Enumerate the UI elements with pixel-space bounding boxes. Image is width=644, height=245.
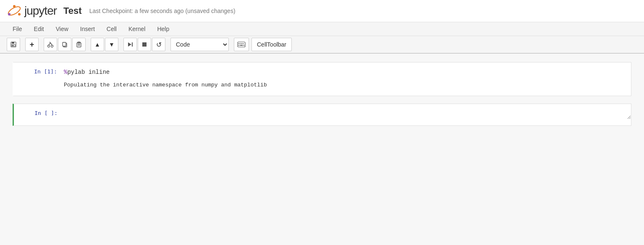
menu-cell[interactable]: Cell <box>101 22 123 36</box>
copy-button[interactable] <box>58 38 71 51</box>
cut-button[interactable] <box>44 38 57 51</box>
copy-icon <box>61 41 68 48</box>
menu-view[interactable]: View <box>50 22 74 36</box>
cell-1-input-row: In [1]: %pylab inline <box>13 66 631 78</box>
jupyter-brand-text: jupyter <box>24 4 57 18</box>
toolbar-move-group: ▲ ▼ <box>91 38 118 51</box>
toolbar: + ▲ <box>0 36 644 54</box>
svg-marker-19 <box>128 42 131 47</box>
cell-toolbar-button[interactable]: CellToolbar <box>251 38 292 51</box>
cell-1-prompt: In [1]: <box>13 68 64 76</box>
move-down-button[interactable]: ▼ <box>105 38 118 51</box>
svg-point-8 <box>48 45 50 47</box>
notebook-area: In [1]: %pylab inline Populating the int… <box>0 54 644 222</box>
step-icon <box>127 41 134 48</box>
svg-rect-29 <box>243 45 244 46</box>
paste-button[interactable] <box>72 38 86 51</box>
svg-rect-21 <box>142 42 147 47</box>
save-icon <box>10 41 17 48</box>
paste-icon <box>76 41 82 48</box>
menubar: File Edit View Insert Cell Kernel Help <box>0 22 644 36</box>
svg-line-10 <box>49 43 50 45</box>
svg-rect-24 <box>240 43 241 44</box>
toolbar-run-group: ↺ <box>123 38 165 51</box>
add-cell-button[interactable]: + <box>25 38 39 51</box>
svg-rect-23 <box>238 43 239 44</box>
cell-2-prompt: In [ ]: <box>14 109 64 118</box>
move-up-button[interactable]: ▲ <box>91 38 104 51</box>
svg-point-9 <box>51 45 53 47</box>
svg-rect-22 <box>238 42 245 47</box>
toolbar-edit-group <box>44 38 86 51</box>
toolbar-save-group <box>7 38 20 51</box>
cell-1-output: Populating the interactive namespace fro… <box>64 79 631 91</box>
menu-help[interactable]: Help <box>151 22 175 36</box>
cell-2: In [ ]: <box>13 104 631 126</box>
code-text-1: pylab inline <box>67 69 110 76</box>
svg-rect-27 <box>238 45 239 46</box>
keyboard-shortcuts-button[interactable] <box>234 38 249 51</box>
stop-icon <box>141 42 147 47</box>
header: jupyter Test Last Checkpoint: a few seco… <box>0 0 644 22</box>
svg-rect-14 <box>63 42 66 46</box>
cell-2-input-row: In [ ]: <box>14 107 631 122</box>
cell-2-input[interactable] <box>64 109 631 120</box>
svg-rect-28 <box>240 45 243 46</box>
interrupt-button[interactable] <box>138 38 151 51</box>
svg-point-2 <box>8 13 10 16</box>
svg-rect-20 <box>132 42 133 47</box>
svg-rect-25 <box>241 43 242 44</box>
jupyter-logo-icon <box>7 3 22 18</box>
cell-1-output-row: Populating the interactive namespace fro… <box>13 78 631 92</box>
restart-button[interactable]: ↺ <box>152 38 165 51</box>
menu-file[interactable]: File <box>7 22 28 36</box>
jupyter-logo: jupyter <box>7 3 57 18</box>
run-next-button[interactable] <box>123 38 137 51</box>
toolbar-add-group: + <box>25 38 39 51</box>
notebook-title[interactable]: Test <box>63 5 82 16</box>
svg-point-1 <box>13 5 16 8</box>
cut-icon <box>47 41 54 48</box>
keyboard-icon <box>237 41 246 48</box>
save-button[interactable] <box>7 38 20 51</box>
cell-1-input[interactable]: %pylab inline <box>64 68 631 77</box>
menu-kernel[interactable]: Kernel <box>123 22 151 36</box>
cell-1: In [1]: %pylab inline Populating the int… <box>13 62 631 96</box>
svg-rect-5 <box>12 42 14 44</box>
menu-edit[interactable]: Edit <box>28 22 50 36</box>
cell-type-select[interactable]: Code Markdown Raw NBConvert Heading <box>170 38 229 51</box>
svg-rect-7 <box>13 45 14 46</box>
menu-insert[interactable]: Insert <box>74 22 101 36</box>
cell-2-textarea[interactable] <box>64 109 631 119</box>
svg-rect-26 <box>243 43 244 44</box>
svg-point-3 <box>18 13 21 16</box>
checkpoint-info: Last Checkpoint: a few seconds ago (unsa… <box>89 8 236 14</box>
cell-divider <box>0 97 644 104</box>
